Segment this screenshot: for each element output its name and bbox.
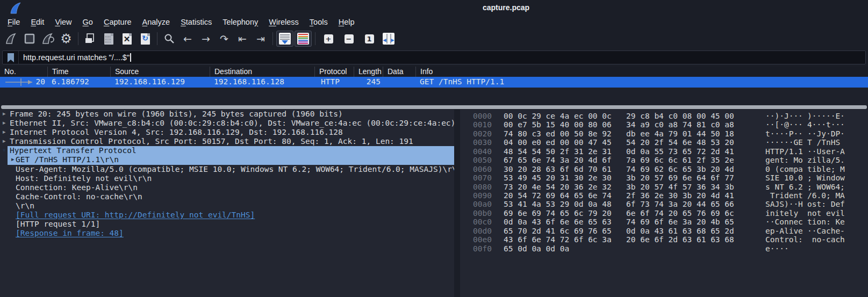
detail-row[interactable]: [Full request URI: http://Definitely not… [0, 211, 454, 220]
hex-bytes: 74 69 62 6c 65 3b 20 4d [626, 165, 734, 173]
hex-ascii: ; Window [807, 173, 845, 182]
detail-row[interactable]: User-Agent: Mozilla/5.0 (compatible; MSI… [0, 165, 454, 174]
go-last-packet-icon[interactable]: ⇥ [252, 31, 269, 47]
hex-row[interactable]: 000000 0c 29 ce 4a ec 00 0c29 c8 b4 c0 0… [460, 112, 868, 120]
start-capture-icon[interactable] [3, 31, 20, 47]
find-packet-icon[interactable] [161, 31, 178, 47]
expand-icon[interactable]: ▸ [3, 128, 6, 135]
detail-row[interactable]: ▸GET /TnHS HTTP/1.1\r\n [0, 155, 454, 164]
expand-icon[interactable]: ▸ [3, 137, 6, 144]
filter-text[interactable]: http.request.uri matches "/....$" [23, 53, 130, 62]
menu-edit[interactable]: Edit [25, 16, 49, 28]
hex-ascii: initely [765, 209, 803, 218]
hex-row[interactable]: 004048 54 54 50 2f 31 2e 310d 0a 55 73 6… [460, 147, 868, 156]
hex-row[interactable]: 003004 00 e0 ed 00 00 47 4554 20 2f 54 6… [460, 138, 868, 147]
go-to-packet-icon[interactable]: ↷ [216, 31, 233, 47]
hex-ascii: /6.0; MA [807, 191, 845, 200]
packet-row-selected[interactable]: 20 6.186792 192.168.116.129 192.168.116.… [0, 77, 868, 88]
hex-row[interactable]: 001000 e7 5b 15 40 00 80 0634 a9 c0 a8 7… [460, 120, 868, 129]
packet-detail-pane[interactable]: ▸Frame 20: 245 bytes on wire (1960 bits)… [0, 110, 454, 297]
save-file-icon[interactable]: 0101 0110 0111 [100, 31, 117, 47]
hex-bytes: 20 6e 6f 2d 63 61 63 68 [626, 235, 734, 244]
hex-row[interactable]: 00a053 41 4a 53 29 0d 0a 486f 73 74 3a 2… [460, 200, 868, 208]
go-first-packet-icon[interactable]: ⇤ [234, 31, 251, 47]
collapse-icon[interactable]: ▾ [3, 147, 6, 154]
resize-columns-icon[interactable]: ◂▸ [380, 31, 397, 47]
menu-statistics[interactable]: Statistics [175, 16, 217, 28]
open-file-icon[interactable] [82, 31, 99, 47]
detail-row[interactable]: \r\n [0, 201, 454, 211]
packet-bytes-pane[interactable]: 000000 0c 29 ce 4a ec 00 0c29 c8 b4 c0 0… [460, 110, 868, 297]
menu-tools[interactable]: Tools [304, 16, 333, 28]
hex-ascii: ······GE [765, 138, 803, 147]
detail-row[interactable]: ▾Hypertext Transfer Protocol [0, 146, 454, 155]
detail-row[interactable]: Host: Definitely not evil\r\n [0, 174, 454, 183]
menu-help[interactable]: Help [333, 16, 360, 28]
detail-text: Connection: Keep-Alive\r\n [16, 183, 138, 192]
hex-bytes: 7a 69 6c 6c 61 2f 35 2e [626, 156, 734, 164]
toolbar-separator [78, 32, 78, 45]
zoom-out-icon[interactable]: − [340, 31, 357, 47]
zoom-in-icon[interactable]: + [320, 31, 337, 47]
hex-row[interactable]: 00f065 0d 0a 0d 0ae···· [460, 244, 868, 253]
detail-row[interactable]: [Response in frame: 48] [0, 229, 454, 238]
reload-file-icon[interactable]: ↻ [137, 31, 154, 47]
close-file-icon[interactable]: ✕ [118, 31, 135, 47]
hex-row[interactable]: 00c00d 0a 43 6f 6e 6e 65 6374 69 6f 6e 3… [460, 218, 868, 226]
detail-row[interactable]: ▸Transmission Control Protocol, Src Port… [0, 137, 454, 146]
expand-icon[interactable]: ▸ [3, 110, 6, 117]
col-header-protocol[interactable]: Protocol [314, 67, 354, 77]
stop-capture-icon[interactable] [21, 31, 38, 47]
hex-row[interactable]: 006030 20 28 63 6f 6d 70 6174 69 62 6c 6… [460, 165, 868, 173]
detail-row[interactable]: Connection: Keep-Alive\r\n [0, 183, 454, 192]
col-header-info[interactable]: Info [415, 67, 868, 77]
col-header-length[interactable]: Length [354, 67, 383, 77]
detail-row[interactable]: Cache-Control: no-cache\r\n [0, 192, 454, 201]
packet-list[interactable]: 20 6.186792 192.168.116.129 192.168.116.… [0, 77, 868, 105]
menu-wireless[interactable]: Wireless [263, 16, 304, 28]
main-toolbar: ⚙ 0101 0110 0111 ✕ ↻ ← → ↷ ⇤ ⇥ + − 1 ◂▸ [0, 29, 868, 48]
col-header-destination[interactable]: Destination [210, 67, 314, 77]
menu-go[interactable]: Go [77, 16, 98, 28]
col-header-source[interactable]: Source [110, 67, 210, 77]
hex-bytes: 00 0c 29 ce 4a ec 00 0c [504, 112, 612, 120]
auto-scroll-icon[interactable] [276, 31, 293, 47]
col-header-data[interactable]: Data [383, 67, 415, 77]
menu-capture[interactable]: Capture [98, 16, 137, 28]
go-back-icon[interactable]: ← [179, 31, 196, 47]
hex-row[interactable]: 00b069 6e 69 74 65 6c 79 206e 6f 74 20 6… [460, 209, 868, 218]
title-bar: capture.pcap [0, 0, 868, 15]
hex-row[interactable]: 00e043 6f 6e 74 72 6f 6c 3a20 6e 6f 2d 6… [460, 235, 868, 244]
restart-capture-icon[interactable] [39, 31, 56, 47]
expand-icon[interactable]: ▸ [3, 119, 6, 126]
capture-options-icon[interactable]: ⚙ [58, 31, 75, 47]
detail-link[interactable]: [Full request URI: http://Definitely not… [16, 211, 255, 220]
zoom-original-icon[interactable]: 1 [361, 31, 378, 47]
display-filter-input[interactable]: http.request.uri matches "/....$" [2, 50, 866, 64]
colorize-icon[interactable] [295, 31, 312, 47]
hex-row[interactable]: 00d065 70 2d 41 6c 69 76 650d 0a 43 61 6… [460, 227, 868, 235]
hex-row[interactable]: 005067 65 6e 74 3a 20 4d 6f7a 69 6c 6c 6… [460, 156, 868, 164]
expand-icon[interactable]: ▸ [11, 156, 15, 163]
menu-analyze[interactable]: Analyze [137, 16, 176, 28]
go-forward-icon[interactable]: → [197, 31, 214, 47]
hex-row[interactable]: 009020 54 72 69 64 65 6e 742f 36 2e 30 3… [460, 191, 868, 200]
hex-offset: 0040 [473, 147, 492, 156]
detail-row[interactable]: ▸Ethernet II, Src: VMware_c8:b4:c0 (00:0… [0, 119, 454, 128]
col-header-no[interactable]: No. [0, 67, 47, 77]
horizontal-scrollbar[interactable] [1, 105, 867, 109]
detail-text: Cache-Control: no-cache\r\n [16, 192, 142, 201]
hex-offset: 0030 [473, 138, 492, 147]
menu-file[interactable]: File [2, 16, 25, 28]
detail-row[interactable]: ▸Frame 20: 245 bytes on wire (1960 bits)… [0, 110, 454, 119]
hex-row[interactable]: 002074 80 c3 ed 00 50 8e 92db ee 4a 79 0… [460, 129, 868, 138]
detail-link[interactable]: [Response in frame: 48] [16, 229, 124, 238]
hex-row[interactable]: 008073 20 4e 54 20 36 2e 323b 20 57 4f 5… [460, 183, 868, 191]
hex-row[interactable]: 007053 49 45 20 31 30 2e 303b 20 57 69 6… [460, 173, 868, 182]
filter-bookmark-button[interactable] [3, 51, 19, 64]
menu-telephony[interactable]: Telephony [217, 16, 263, 28]
detail-row[interactable]: [HTTP request 1/1] [0, 220, 454, 229]
col-header-time[interactable]: Time [47, 67, 110, 77]
detail-row[interactable]: ▸Internet Protocol Version 4, Src: 192.1… [0, 128, 454, 137]
menu-view[interactable]: View [49, 16, 77, 28]
